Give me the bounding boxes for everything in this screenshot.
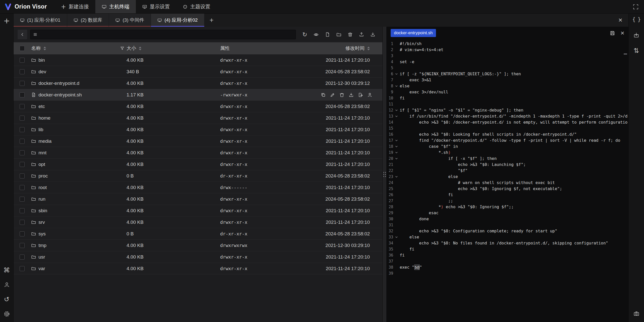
line-number[interactable]: 20 [387,156,393,162]
line-number[interactable]: 33 [387,234,393,240]
file-row[interactable]: srv 4.00 KB drwxr-xr-x 2021-11-24 17:20:… [14,217,382,228]
line-number[interactable]: 5 [387,65,393,71]
line-number[interactable]: 39 [387,270,393,276]
code-area[interactable]: 1 #!/bin/sh 2 [387,39,628,322]
row-checkbox[interactable] [20,127,25,132]
file-row[interactable]: usr 4.00 KB drwxr-xr-x 2021-11-24 17:20:… [14,251,382,263]
row-checkbox[interactable] [20,266,25,271]
open-file-chip[interactable]: docker-entrypoint.sh [391,29,436,37]
sort-carets[interactable] [367,47,370,50]
variables-button[interactable]: { } [632,15,641,24]
new-file-button[interactable] [325,32,330,37]
transfer-list-button[interactable] [632,31,641,39]
line-number[interactable]: 15 [387,125,393,131]
fold-toggle[interactable] [393,151,400,154]
line-number[interactable]: 28 [387,204,393,210]
line-number[interactable]: 24 [387,180,393,186]
line-number[interactable]: 31 [387,222,393,228]
row-checkbox[interactable] [20,231,25,236]
fullscreen-button[interactable] [627,0,644,13]
file-row[interactable]: docker-entrypoint.d 4.00 KB drwxr-xr-x 2… [14,78,382,89]
file-row[interactable]: etc 4.00 KB drwxr-xr-x 2024-05-28 23:58:… [14,101,382,112]
line-number[interactable]: 19 [387,150,393,156]
fold-toggle[interactable] [393,139,400,142]
fold-toggle[interactable] [393,235,400,239]
move-icon[interactable] [358,92,363,97]
tab-4[interactable]: (4) 应用-分析02 [151,14,205,27]
fold-toggle[interactable] [393,115,400,118]
line-number[interactable]: 17 [387,137,393,144]
shortcuts-button[interactable]: ⌘ [3,266,11,274]
download-icon[interactable] [349,92,354,97]
fold-toggle[interactable] [393,157,400,160]
line-number[interactable]: 12 [387,107,393,113]
panel-resize-handle[interactable] [382,27,387,322]
menu-item-theme-settings[interactable]: 主题设置 [176,0,217,13]
line-number[interactable]: 18 [387,144,393,150]
row-checkbox[interactable] [20,81,25,86]
file-row[interactable]: root 4.00 KB drwx------ 2021-11-24 17:20… [14,182,382,193]
line-number[interactable]: 21 [387,162,393,168]
row-checkbox[interactable] [20,150,25,155]
file-row[interactable]: run 4.00 KB drwxr-xr-x 2024-05-28 23:58:… [14,193,382,205]
file-row[interactable]: lib 4.00 KB drwxr-xr-x 2021-11-24 17:20:… [14,124,382,135]
line-number[interactable]: 22 [387,168,393,174]
row-checkbox[interactable] [20,173,25,178]
brand[interactable]: Orion Visor [0,0,54,13]
line-number[interactable]: 30 [387,216,393,222]
settings-button[interactable] [3,310,11,318]
line-number[interactable]: 11 [387,101,393,107]
line-number[interactable]: 4 [387,59,393,65]
line-number[interactable]: 8 [387,83,393,89]
column-header-size[interactable]: 大小 [127,45,220,52]
line-number[interactable]: 10 [387,95,393,101]
sort-switch-button[interactable]: ⇅ [632,46,641,55]
row-checkbox[interactable] [20,92,25,97]
line-number[interactable]: 13 [387,113,393,119]
line-number[interactable]: 36 [387,252,393,258]
screenshot-button[interactable] [632,309,641,318]
add-tab-button[interactable]: + [205,14,219,27]
file-row[interactable]: home 4.00 KB drwxr-xr-x 2021-11-24 17:20… [14,112,382,124]
line-number[interactable]: 29 [387,210,393,216]
download-button[interactable] [370,32,375,37]
row-checkbox[interactable] [20,208,25,213]
tab-1[interactable]: (1) 应用-分析01 [14,14,67,27]
new-folder-button[interactable] [336,32,341,37]
filter-funnel-icon[interactable] [120,46,125,51]
save-button[interactable] [610,30,615,36]
user-button[interactable] [3,280,11,289]
file-row[interactable]: bin 4.00 KB drwxr-xr-x 2021-11-24 17:20:… [14,54,382,66]
fold-toggle[interactable] [393,84,400,88]
row-checkbox[interactable] [20,104,25,109]
file-row[interactable]: mnt 4.00 KB drwxr-xr-x 2021-11-24 17:20:… [14,147,382,159]
row-checkbox[interactable] [20,220,25,225]
row-checkbox[interactable] [20,139,25,144]
row-checkbox[interactable] [20,116,25,121]
line-number[interactable]: 3 [387,53,393,59]
line-number[interactable]: 26 [387,192,393,198]
file-row[interactable]: sbin 4.00 KB drwxr-xr-x 2021-11-24 17:20… [14,205,382,217]
close-editor-button[interactable]: × [621,30,624,36]
line-number[interactable]: 6 [387,71,393,77]
line-number[interactable]: 37 [387,258,393,264]
line-number[interactable]: 25 [387,186,393,192]
row-checkbox[interactable] [20,58,25,63]
column-header-name[interactable]: 名称 [27,45,127,52]
menu-item-display-settings[interactable]: 显示设置 [136,0,176,13]
row-checkbox[interactable] [20,69,25,74]
line-number[interactable]: 9 [387,89,393,95]
editor-scrollbar-thumb[interactable] [624,53,627,55]
permission-icon[interactable] [367,92,372,97]
file-row[interactable]: opt 4.00 KB drwxr-xr-x 2021-11-24 17:20:… [14,159,382,170]
row-checkbox[interactable] [20,162,25,167]
row-checkbox[interactable] [20,255,25,260]
tab-3[interactable]: (3) 中间件 [109,14,151,27]
fold-toggle[interactable] [393,145,400,148]
line-number[interactable]: 27 [387,198,393,204]
tab-2[interactable]: (2) 数据库 [67,14,109,27]
menu-item-host-terminal[interactable]: 主机终端 [95,0,136,13]
close-panel-button[interactable]: × [612,14,628,27]
file-row[interactable]: sys 0 B dr-xr-xr-x 2024-05-28 23:58:02 [14,228,382,240]
upload-button[interactable] [359,32,364,37]
